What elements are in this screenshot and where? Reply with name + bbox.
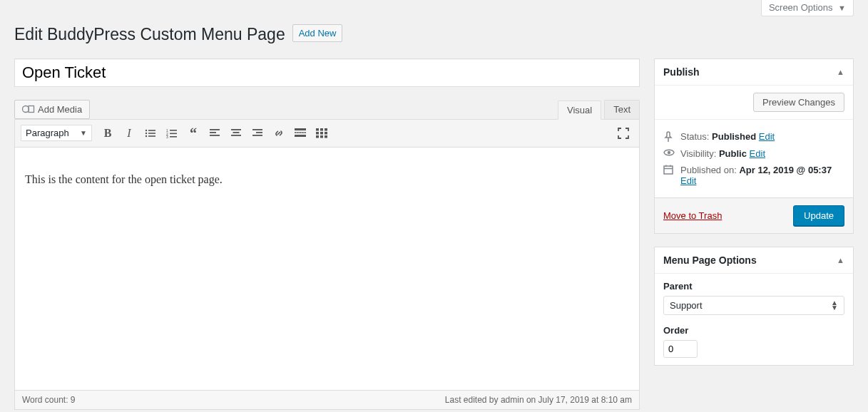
italic-icon[interactable]: I	[119, 123, 139, 143]
svg-point-2	[145, 130, 147, 131]
select-arrows-icon: ▲▼	[831, 300, 838, 310]
svg-rect-14	[210, 129, 220, 130]
parent-select[interactable]: Support ▲▼	[663, 296, 844, 315]
svg-rect-37	[664, 166, 673, 174]
options-box-title: Menu Page Options	[663, 254, 757, 266]
svg-rect-27	[316, 128, 319, 131]
svg-rect-29	[325, 128, 327, 131]
order-input[interactable]	[663, 340, 698, 358]
align-left-icon[interactable]	[205, 123, 225, 143]
post-title-input[interactable]	[14, 58, 640, 87]
preview-changes-button[interactable]: Preview Changes	[753, 93, 844, 112]
align-right-icon[interactable]	[247, 123, 267, 143]
svg-rect-18	[233, 132, 240, 133]
link-icon[interactable]	[269, 123, 289, 143]
svg-rect-35	[325, 135, 327, 138]
word-count: Word count: 9	[22, 395, 76, 405]
editor-content[interactable]: This is the content for the open ticket …	[15, 148, 639, 390]
options-box-header[interactable]: Menu Page Options ▲	[655, 247, 853, 274]
publish-box-title: Publish	[663, 66, 700, 78]
svg-rect-28	[320, 128, 323, 131]
svg-rect-3	[148, 130, 155, 131]
svg-rect-11	[170, 133, 177, 134]
status-text: Status: Published Edit	[680, 131, 775, 142]
screen-options-button[interactable]: Screen Options ▼	[761, 0, 854, 16]
move-to-trash-link[interactable]: Move to Trash	[663, 210, 722, 221]
bullet-list-icon[interactable]	[141, 123, 160, 143]
svg-point-36	[668, 151, 670, 154]
svg-rect-19	[231, 135, 241, 136]
svg-rect-33	[316, 135, 319, 138]
published-text: Published on: Apr 12, 2019 @ 05:37Edit	[680, 165, 832, 186]
page-title: Edit BuddyPress Custom Menu Page	[14, 18, 285, 48]
collapse-icon: ▲	[837, 256, 844, 264]
edit-date-link[interactable]: Edit	[680, 175, 696, 186]
tab-text[interactable]: Text	[604, 100, 640, 119]
align-center-icon[interactable]	[226, 123, 246, 143]
update-button[interactable]: Update	[793, 205, 844, 226]
add-new-button[interactable]: Add New	[292, 24, 343, 42]
order-label: Order	[663, 325, 844, 336]
svg-text:3: 3	[166, 135, 168, 138]
svg-rect-17	[231, 129, 241, 130]
svg-rect-13	[170, 136, 177, 138]
svg-rect-30	[316, 132, 319, 135]
blockquote-icon[interactable]: “	[183, 123, 203, 143]
parent-value: Support	[670, 300, 703, 311]
tab-visual[interactable]: Visual	[558, 101, 601, 120]
add-media-button[interactable]: Add Media	[14, 100, 90, 119]
last-edited: Last edited by admin on July 17, 2019 at…	[445, 395, 632, 405]
screen-options-label: Screen Options	[769, 2, 833, 13]
publish-box: Publish ▲ Preview Changes Status: Publis…	[654, 58, 854, 234]
svg-point-4	[145, 133, 147, 134]
svg-rect-32	[325, 132, 327, 135]
svg-rect-22	[252, 135, 262, 136]
media-icon	[22, 104, 35, 114]
svg-rect-26	[295, 135, 306, 137]
svg-rect-9	[170, 130, 177, 131]
bold-icon[interactable]: B	[98, 123, 118, 143]
numbered-list-icon[interactable]: 123	[162, 123, 182, 143]
svg-rect-20	[252, 129, 262, 130]
svg-rect-15	[210, 132, 216, 133]
content-paragraph: This is the content for the open ticket …	[25, 173, 629, 186]
menu-page-options-box: Menu Page Options ▲ Parent Support ▲▼ Or…	[654, 247, 854, 366]
edit-visibility-link[interactable]: Edit	[750, 148, 765, 159]
svg-rect-34	[320, 135, 323, 138]
add-media-label: Add Media	[38, 104, 82, 115]
format-label: Paragraph	[26, 128, 69, 138]
editor-toolbar: Paragraph ▼ B I 123 “	[15, 120, 639, 148]
svg-rect-23	[295, 128, 306, 130]
edit-status-link[interactable]: Edit	[759, 131, 775, 142]
calendar-icon	[663, 165, 675, 175]
toolbar-toggle-icon[interactable]	[312, 123, 332, 143]
caret-down-icon: ▼	[838, 4, 846, 12]
svg-rect-21	[256, 132, 262, 133]
visibility-icon	[663, 148, 675, 157]
format-select[interactable]: Paragraph ▼	[21, 125, 92, 141]
parent-label: Parent	[663, 281, 844, 292]
svg-rect-16	[210, 135, 220, 136]
caret-down-icon: ▼	[80, 129, 87, 137]
read-more-icon[interactable]	[290, 123, 310, 143]
publish-box-header[interactable]: Publish ▲	[655, 59, 853, 86]
pin-icon	[663, 131, 675, 143]
collapse-icon: ▲	[837, 68, 844, 76]
editor-status-bar: Word count: 9 Last edited by admin on Ju…	[14, 390, 640, 410]
svg-rect-5	[148, 133, 155, 134]
svg-rect-7	[148, 135, 155, 137]
svg-point-0	[23, 106, 29, 113]
visibility-text: Visibility: Public Edit	[680, 148, 765, 159]
fullscreen-icon[interactable]	[613, 123, 633, 143]
svg-point-6	[145, 135, 147, 137]
svg-rect-31	[320, 132, 323, 135]
